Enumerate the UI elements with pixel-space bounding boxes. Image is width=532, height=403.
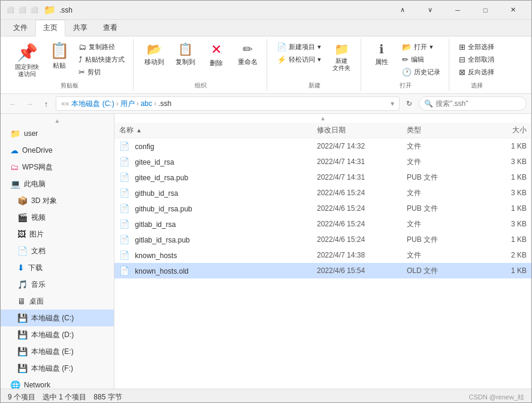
sidebar-item-wps[interactable]: 🗂 WPS网盘 <box>1 159 114 175</box>
sidebar-item-thispc[interactable]: 💻 此电脑 <box>1 175 114 192</box>
refresh-button[interactable]: ↻ <box>402 96 416 111</box>
col-type-header[interactable]: 类型 <box>407 125 479 135</box>
deselect-all-icon: ⊟ <box>459 55 466 64</box>
up-button[interactable]: ↑ <box>39 96 53 111</box>
copy-to-icon: 📋 <box>178 42 193 56</box>
search-box[interactable]: 🔍 <box>419 96 527 111</box>
minimize-button[interactable]: ─ <box>444 1 471 20</box>
sidebar-item-drive-e[interactable]: 💾 本地磁盘 (E:) <box>1 343 114 360</box>
select-group-label: 选择 <box>471 81 483 90</box>
open-label: 打开 <box>414 43 427 51</box>
move-to-icon: 📂 <box>147 42 162 56</box>
sidebar-item-user[interactable]: 📁 user <box>1 125 114 142</box>
open-icon: 📂 <box>402 43 412 51</box>
rename-button[interactable]: ✏ 重命名 <box>233 40 262 68</box>
onedrive-icon: ☁ <box>10 146 19 155</box>
cut-button[interactable]: ✂ 剪切 <box>75 66 128 78</box>
breadcrumb-drive[interactable]: 本地磁盘 (C:) <box>71 99 114 109</box>
close-button[interactable]: ✕ <box>499 1 527 20</box>
easy-access-icon: ⚡ <box>277 55 286 64</box>
table-row[interactable]: 📄 config 2022/4/7 14:32 文件 1 KB <box>114 138 531 154</box>
forward-button[interactable]: → <box>22 96 37 111</box>
tb-icon-3[interactable]: ⬜ <box>29 5 39 15</box>
sidebar-item-network[interactable]: 🌐 Network <box>1 377 114 389</box>
sidebar-item-drive-f[interactable]: 💾 本地磁盘 (F:) <box>1 360 114 377</box>
breadcrumb-users[interactable]: 用户 <box>120 99 135 109</box>
ribbon-tab-share[interactable]: 共享 <box>65 20 95 36</box>
edit-icon: ✏ <box>402 55 409 64</box>
file-date-cell: 2022/4/6 15:24 <box>317 220 407 228</box>
pin-to-quick-access-button[interactable]: 📌 固定到快速访问 <box>10 40 44 80</box>
move-to-button[interactable]: 📂 移动到 <box>140 40 168 68</box>
ribbon-tab-file[interactable]: 文件 <box>5 20 35 36</box>
invert-selection-button[interactable]: ⊠ 反向选择 <box>455 66 498 78</box>
sidebar-item-drive-c[interactable]: 💾 本地磁盘 (C:) <box>1 310 114 326</box>
breadcrumb-dropdown-arrow[interactable]: ▾ <box>391 99 394 108</box>
copy-path-button[interactable]: 🗂 复制路径 <box>75 41 128 53</box>
table-row[interactable]: 📄 known_hosts.old 2022/4/6 15:54 OLD 文件 … <box>114 263 531 278</box>
file-size-cell: 1 KB <box>479 204 527 213</box>
table-row[interactable]: 📄 gitee_id_rsa 2022/4/7 14:31 文件 3 KB <box>114 154 531 169</box>
rename-label: 重命名 <box>238 57 258 66</box>
pin-icon: 📌 <box>17 43 38 62</box>
delete-icon: ✕ <box>211 42 222 57</box>
tb-icon-1[interactable]: ⬜ <box>5 5 15 15</box>
col-size-header[interactable]: 大小 <box>479 125 527 135</box>
title-bar-up-btn[interactable]: ∧ <box>389 1 416 20</box>
open-button[interactable]: 📂 打开 ▾ <box>398 41 444 53</box>
sidebar-item-onedrive[interactable]: ☁ OneDrive <box>1 142 114 159</box>
invert-selection-label: 反向选择 <box>468 68 494 77</box>
col-date-label: 修改日期 <box>317 126 346 134</box>
paste-shortcut-button[interactable]: ⤴ 粘贴快捷方式 <box>75 54 128 65</box>
sidebar-item-drive-d[interactable]: 💾 本地磁盘 (D:) <box>1 326 114 343</box>
history-button[interactable]: 🕐 历史记录 <box>398 66 444 78</box>
main-content: ▲ 📁 user ☁ OneDrive 🗂 WPS网盘 💻 此电脑 📦 3D 对… <box>1 114 531 389</box>
ribbon-content: 📌 固定到快速访问 📋 粘贴 🗂 复制路径 <box>1 37 531 94</box>
sidebar-item-3d[interactable]: 📦 3D 对象 <box>1 192 114 209</box>
maximize-button[interactable]: □ <box>471 1 499 20</box>
table-row[interactable]: 📄 gitlab_id_rsa.pub 2022/4/6 15:24 PUB 文… <box>114 232 531 247</box>
breadcrumb-abc[interactable]: abc <box>141 99 152 108</box>
title-bar-down-btn[interactable]: ∨ <box>416 1 444 20</box>
paste-button[interactable]: 📋 粘贴 <box>46 40 72 71</box>
new-group-label: 新建 <box>309 81 321 90</box>
file-size-cell: 1 KB <box>479 235 527 244</box>
table-row[interactable]: 📄 github_id_rsa.pub 2022/4/6 15:24 PUB 文… <box>114 201 531 216</box>
properties-icon: ℹ <box>379 42 384 56</box>
search-input[interactable] <box>436 99 519 108</box>
sidebar-item-pictures[interactable]: 🖼 图片 <box>1 226 114 243</box>
table-row[interactable]: 📄 gitlab_id_rsa 2022/4/6 15:24 文件 3 KB <box>114 216 531 232</box>
deselect-all-button[interactable]: ⊟ 全部取消 <box>455 54 498 65</box>
table-row[interactable]: 📄 known_hosts 2022/4/7 14:38 文件 2 KB <box>114 247 531 263</box>
file-name-text: github_id_rsa.pub <box>135 205 192 213</box>
tb-icon-2[interactable]: ⬜ <box>17 5 27 15</box>
col-name-header[interactable]: 名称 ▲ <box>119 125 317 135</box>
back-button[interactable]: ← <box>5 96 20 111</box>
new-folder-button[interactable]: 📁 新建文件夹 <box>327 40 356 74</box>
desktop-icon: 🖥 <box>17 296 26 306</box>
easy-access-button[interactable]: ⚡ 轻松访问 ▾ <box>273 54 325 65</box>
ribbon-tab-home[interactable]: 主页 <box>35 20 65 37</box>
sidebar-item-music[interactable]: 🎵 音乐 <box>1 276 114 293</box>
properties-button[interactable]: ℹ 属性 <box>367 40 396 68</box>
select-all-button[interactable]: ⊞ 全部选择 <box>455 41 498 53</box>
copy-to-button[interactable]: 📋 复制到 <box>171 40 200 68</box>
sidebar-item-video[interactable]: 🎬 视频 <box>1 209 114 226</box>
delete-button[interactable]: ✕ 删除 <box>202 40 231 69</box>
sidebar-item-desktop[interactable]: 🖥 桌面 <box>1 293 114 310</box>
edit-button[interactable]: ✏ 编辑 <box>398 54 444 65</box>
address-path[interactable]: «« 本地磁盘 (C:) › 用户 › abc › .ssh ▾ <box>56 96 400 111</box>
file-size-cell: 1 KB <box>479 142 527 150</box>
new-item-button[interactable]: 📄 新建项目 ▾ <box>273 41 325 53</box>
cut-icon: ✂ <box>78 68 85 77</box>
sidebar-item-docs[interactable]: 📄 文档 <box>1 243 114 259</box>
sidebar-item-downloads[interactable]: ⬇ 下载 <box>1 259 114 276</box>
video-icon: 🎬 <box>17 213 28 222</box>
wps-icon: 🗂 <box>10 162 19 172</box>
ribbon-tab-view[interactable]: 查看 <box>95 20 125 36</box>
col-date-header[interactable]: 修改日期 <box>317 125 407 135</box>
table-row[interactable]: 📄 gitee_id_rsa.pub 2022/4/7 14:31 PUB 文件… <box>114 169 531 185</box>
open-arrow: ▾ <box>430 43 433 51</box>
pin-label: 固定到快速访问 <box>15 63 39 78</box>
table-row[interactable]: 📄 github_id_rsa 2022/4/6 15:24 文件 3 KB <box>114 185 531 201</box>
